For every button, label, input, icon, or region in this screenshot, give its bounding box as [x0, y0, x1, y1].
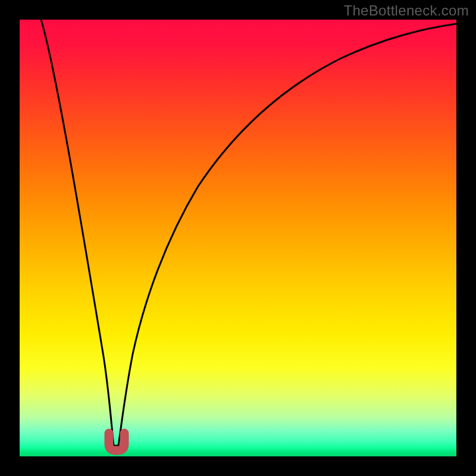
- plot-area: [20, 20, 456, 456]
- bottleneck-curve: [41, 20, 456, 446]
- watermark-text: TheBottleneck.com: [343, 2, 469, 19]
- curve-layer: [20, 20, 456, 456]
- outer-frame: TheBottleneck.com: [0, 0, 476, 476]
- minimum-marker-icon: [109, 433, 124, 450]
